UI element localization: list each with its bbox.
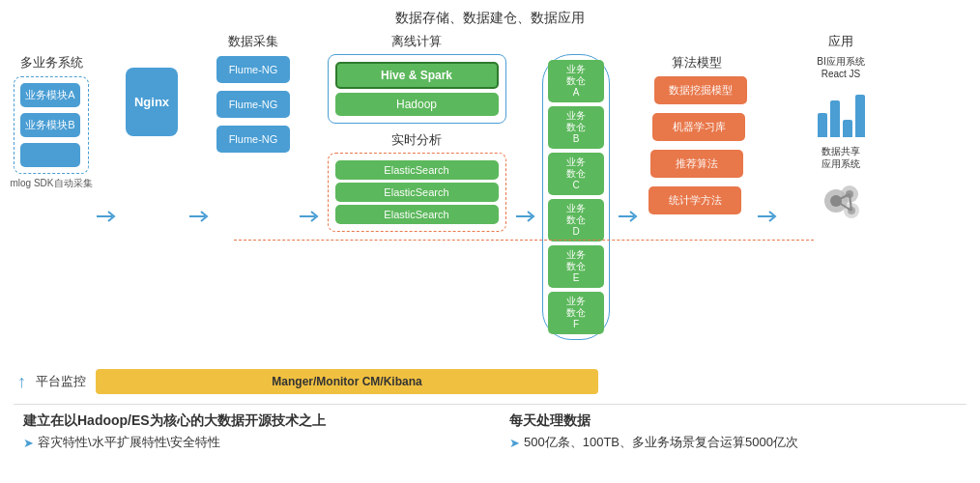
col-algo: 算法模型 数据挖掘模型 机器学习库 推荐算法 统计学方法: [644, 33, 750, 239]
warehouse-a: 业务数仓A: [548, 60, 604, 102]
warehouse-b: 业务数仓B: [548, 106, 604, 149]
mlog-label: mlog SDK自动采集: [11, 177, 93, 190]
warehouse-e: 业务数仓E: [548, 245, 604, 288]
module-box-a: 业务模块A: [20, 83, 80, 107]
hadoop-box: Hadoop: [335, 93, 499, 116]
section-label-offline: 离线计算: [391, 33, 442, 50]
nginx-box: Nginx: [126, 68, 178, 136]
arrow-warehouse-algo: [617, 33, 638, 361]
algo-box-1: 机器学习库: [652, 113, 745, 141]
flume-boxes: Flume-NG Flume-NG Flume-NG: [216, 56, 290, 153]
arrow-algo-app: [756, 33, 777, 361]
hive-spark-box: Hive & Spark: [335, 62, 499, 89]
platform-label: 平台监控: [36, 373, 86, 390]
divider-dashed: [234, 240, 814, 241]
algo-box-0: 数据挖掘模型: [654, 76, 747, 104]
es-box-2: ElasticSearch: [335, 205, 499, 224]
top-label: 数据存储、数据建仓、数据应用: [14, 10, 966, 27]
col-system: 多业务系统 业务模块A 业务模块B …… mlog SDK自动采集: [14, 33, 89, 190]
arrow-system-nginx: [95, 33, 116, 361]
section-label-app: 应用: [828, 33, 853, 50]
algo-stack: 数据挖掘模型 机器学习库 推荐算法 统计学方法: [649, 76, 745, 239]
bottom-right-item: ➤ 500亿条、100TB、多业务场景复合运算5000亿次: [509, 434, 966, 451]
section-label-algo: 算法模型: [672, 54, 722, 71]
col-flume: 数据采集 Flume-NG Flume-NG Flume-NG: [215, 33, 292, 153]
col-nginx: Nginx: [122, 33, 182, 136]
arrow-nginx-flume: [187, 33, 209, 361]
app-bi-label: BI应用系统React JS: [817, 55, 864, 80]
platform-row: ↑ 平台监控 Manger/Monitor CM/Kibana: [14, 369, 966, 394]
algo-box-2: 推荐算法: [650, 150, 743, 178]
arrow-icon-right: ➤: [509, 436, 520, 450]
flume-box-2: Flume-NG: [216, 126, 290, 153]
es-box-0: ElasticSearch: [335, 160, 499, 180]
app-shared-label: 数据共享应用系统: [821, 145, 860, 170]
warehouse-f: 业务数仓F: [548, 292, 604, 334]
warehouse-d: 业务数仓D: [548, 199, 604, 242]
col-compute: 离线计算 Hive & Spark Hadoop 实时分析 ElasticSea…: [325, 33, 508, 232]
col-warehouse: 业务数仓A 业务数仓B 业务数仓C 业务数仓D 业务数仓E 业务数仓F: [541, 33, 611, 340]
bottom-left-item: ➤ 容灾特性\水平扩展特性\安全特性: [23, 434, 480, 451]
monitor-bar: Manger/Monitor CM/Kibana: [96, 369, 598, 394]
gear-icon: [807, 174, 875, 227]
bottom-left: 建立在以Hadoop/ES为核心的大数据开源技术之上 ➤ 容灾特性\水平扩展特性…: [23, 412, 480, 451]
arrow-icon-left: ➤: [23, 436, 34, 450]
bottom-right-title: 每天处理数据: [509, 412, 966, 430]
arrow-flume-compute: [298, 33, 319, 361]
bi-bar-chart-icon: [797, 84, 884, 137]
offline-box: Hive & Spark Hadoop: [328, 54, 506, 124]
flume-box-0: Flume-NG: [216, 56, 290, 83]
section-label-realtime: 实时分析: [391, 131, 442, 149]
section-label-system: 多业务系统: [20, 54, 83, 71]
module-box-dots: ……: [20, 143, 80, 167]
warehouse-outer: 业务数仓A 业务数仓B 业务数仓C 业务数仓D 业务数仓E 业务数仓F: [542, 54, 610, 340]
algo-box-3: 统计学方法: [649, 186, 741, 214]
bottom-right: 每天处理数据 ➤ 500亿条、100TB、多业务场景复合运算5000亿次: [509, 412, 966, 451]
bottom-section: 建立在以Hadoop/ES为核心的大数据开源技术之上 ➤ 容灾特性\水平扩展特性…: [14, 404, 966, 451]
section-label-collect: 数据采集: [228, 33, 278, 50]
flume-box-1: Flume-NG: [216, 91, 290, 118]
main-container: 数据存储、数据建仓、数据应用 多业务系统 业务模块A 业务模块B …… mlog…: [0, 0, 980, 483]
es-box-1: ElasticSearch: [335, 183, 499, 202]
diagram-area: 多业务系统 业务模块A 业务模块B …… mlog SDK自动采集 Nginx …: [14, 33, 966, 361]
bottom-left-title: 建立在以Hadoop/ES为核心的大数据开源技术之上: [23, 412, 480, 430]
col-app: 应用 BI应用系统React JS 数据共享应用系统: [783, 33, 899, 227]
warehouse-c: 业务数仓C: [548, 153, 604, 195]
module-box-b: 业务模块B: [20, 113, 80, 137]
system-modules: 业务模块A 业务模块B ……: [14, 76, 89, 174]
arrow-compute-warehouse: [514, 33, 535, 361]
realtime-box: ElasticSearch ElasticSearch ElasticSearc…: [328, 153, 506, 232]
up-arrow-icon: ↑: [17, 372, 26, 392]
